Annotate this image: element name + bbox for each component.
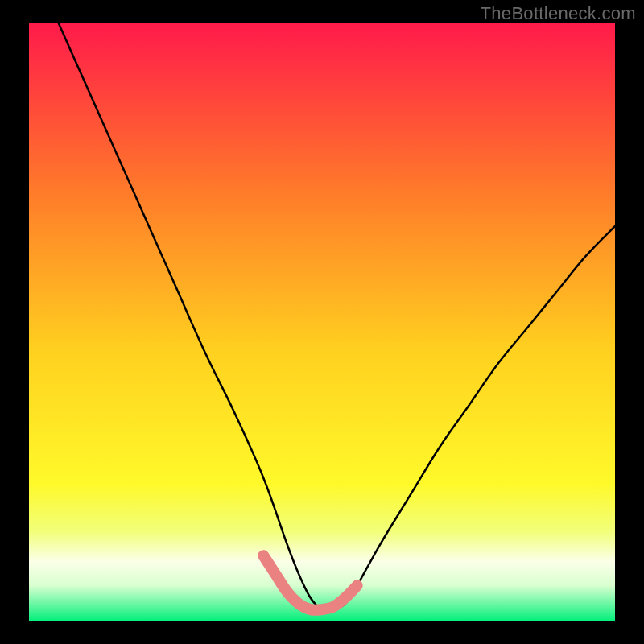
plot-area [29,23,615,621]
watermark-label: TheBottleneck.com [481,3,636,24]
chart-frame: TheBottleneck.com [0,0,644,644]
gradient-background [29,23,615,621]
bottleneck-chart [29,23,615,621]
